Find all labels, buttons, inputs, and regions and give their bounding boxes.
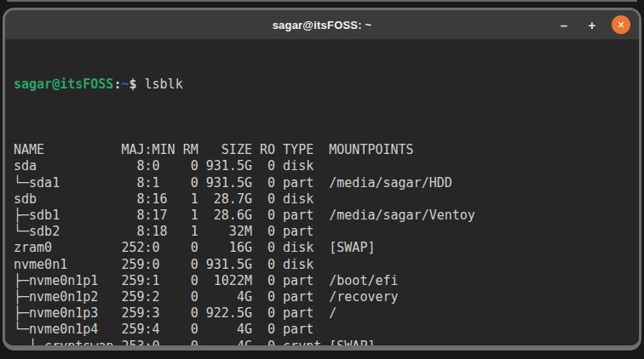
prompt-user-host: sagar@itsFOSS <box>14 77 113 92</box>
screen-edge-highlight <box>7 0 637 2</box>
terminal-window: sagar@itsFOSS: ~ – + ✕ sagar@itsFOSS:~$l… <box>3 8 641 350</box>
window-controls: – + ✕ <box>555 10 630 39</box>
prompt-symbol: $ <box>129 77 136 92</box>
maximize-icon: + <box>589 19 596 31</box>
titlebar[interactable]: sagar@itsFOSS: ~ – + ✕ <box>5 10 639 39</box>
terminal-content[interactable]: sagar@itsFOSS:~$lsblk NAME MAJ:MIN RM SI… <box>5 39 639 350</box>
prompt-line-command: sagar@itsFOSS:~$lsblk <box>14 77 632 93</box>
minimize-button[interactable]: – <box>555 15 572 34</box>
window-title: sagar@itsFOSS: ~ <box>273 19 372 31</box>
maximize-button[interactable]: + <box>584 15 601 34</box>
command-text: lsblk <box>145 77 183 92</box>
minimize-icon: – <box>561 19 567 31</box>
close-button[interactable]: ✕ <box>612 15 630 34</box>
lsblk-output: NAME MAJ:MIN RM SIZE RO TYPE MOUNTPOINTS… <box>14 142 632 350</box>
close-icon: ✕ <box>617 20 624 30</box>
